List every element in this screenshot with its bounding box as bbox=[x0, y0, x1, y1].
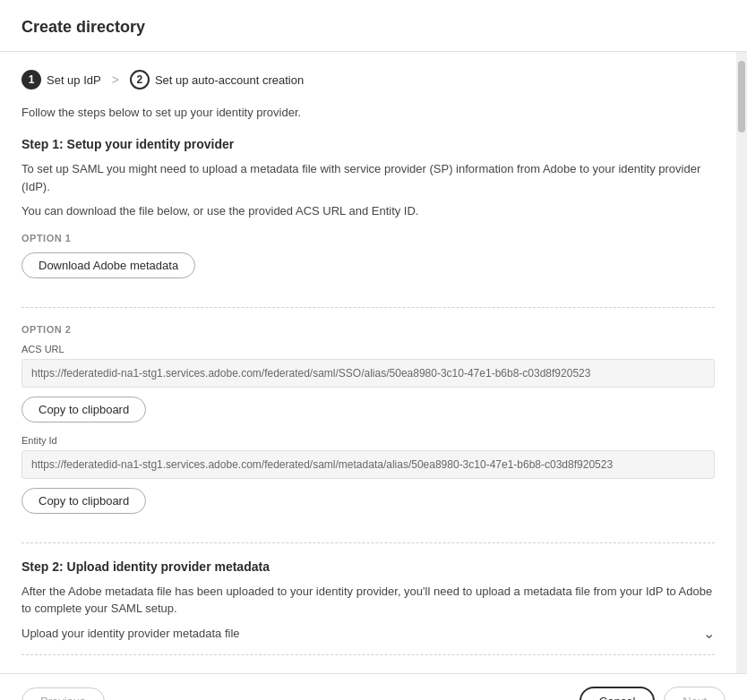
chevron-down-icon[interactable]: ⌄ bbox=[703, 625, 715, 642]
scrollbar-track bbox=[736, 52, 747, 673]
option2-label: OPTION 2 bbox=[21, 324, 715, 335]
step2-desc: After the Adobe metadata file has been u… bbox=[21, 583, 715, 618]
modal-title: Create directory bbox=[21, 18, 726, 37]
step-2-label: Set up auto-account creation bbox=[155, 73, 304, 87]
previous-button[interactable]: Previous bbox=[21, 687, 105, 701]
step2-section: Step 2: Upload identity provider metadat… bbox=[21, 559, 715, 655]
option1-label: OPTION 1 bbox=[21, 233, 715, 243]
intro-text: Follow the steps below to set up your id… bbox=[21, 106, 715, 119]
step2-title: Step 2: Upload identity provider metadat… bbox=[21, 559, 715, 574]
stepper: 1 Set up IdP > 2 Set up auto-account cre… bbox=[21, 70, 715, 90]
step1-section: Step 1: Setup your identity provider To … bbox=[21, 137, 715, 526]
step-separator: > bbox=[112, 73, 119, 87]
option-divider bbox=[21, 307, 715, 308]
upload-row: Upload your identity provider metadata f… bbox=[21, 625, 715, 655]
step-2-circle: 2 bbox=[130, 70, 150, 90]
step-divider bbox=[21, 542, 715, 543]
step-2-item: 2 Set up auto-account creation bbox=[130, 70, 304, 90]
modal-footer: Previous Cancel Next bbox=[0, 673, 747, 701]
entity-id-value: https://federatedid-na1-stg1.services.ad… bbox=[21, 450, 715, 479]
step1-title: Step 1: Setup your identity provider bbox=[21, 137, 715, 151]
step1-desc2: You can download the file below, or use … bbox=[21, 202, 715, 220]
scrollbar-thumb[interactable] bbox=[738, 61, 745, 132]
copy-acs-button[interactable]: Copy to clipboard bbox=[21, 397, 146, 423]
copy-entity-button[interactable]: Copy to clipboard bbox=[21, 488, 146, 514]
next-button[interactable]: Next bbox=[664, 687, 726, 701]
download-metadata-button[interactable]: Download Adobe metadata bbox=[21, 252, 195, 278]
step1-desc1: To set up SAML you might need to upload … bbox=[21, 160, 715, 195]
step-1-circle: 1 bbox=[21, 70, 41, 90]
entity-id-label: Entity Id bbox=[21, 435, 715, 446]
acs-url-label: ACS URL bbox=[21, 344, 715, 354]
upload-label: Upload your identity provider metadata f… bbox=[21, 627, 240, 640]
acs-url-value: https://federatedid-na1-stg1.services.ad… bbox=[21, 359, 715, 388]
step-1-label: Set up IdP bbox=[47, 73, 101, 87]
cancel-button[interactable]: Cancel bbox=[580, 687, 655, 701]
step-1-item: 1 Set up IdP bbox=[21, 70, 101, 90]
